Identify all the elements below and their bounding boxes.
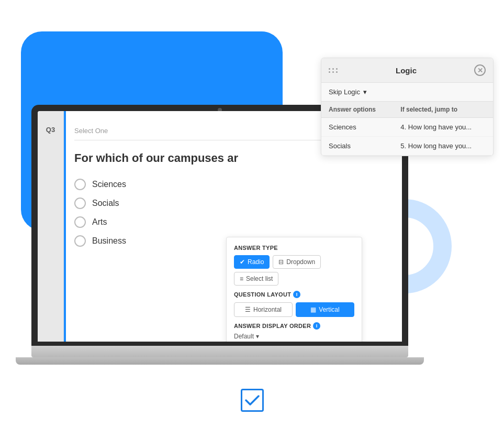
- logic-row-socials: Socials 5. How long have you...: [321, 137, 493, 156]
- radio-icon: ✔: [240, 258, 245, 266]
- type-label-selectlist: Select list: [246, 275, 273, 282]
- chevron-down-icon: ▾: [256, 333, 259, 340]
- logic-title: Logic: [338, 66, 474, 75]
- layout-btn-horizontal[interactable]: ☰ Horizontal: [234, 302, 293, 317]
- logic-jump-socials: 5. How long have you...: [393, 137, 493, 156]
- vertical-icon: ▦: [310, 306, 316, 313]
- skip-logic-chevron-icon: ▾: [363, 88, 367, 96]
- logic-table-header-jump: If selected, jump to: [393, 102, 493, 118]
- logic-header: Logic ✕: [321, 58, 493, 83]
- type-label-dropdown: Dropdown: [286, 258, 315, 266]
- skip-logic-button[interactable]: Skip Logic ▾: [329, 88, 486, 96]
- default-select[interactable]: Default ▾: [234, 333, 354, 340]
- logic-jump-sciences: 4. How long have you...: [393, 118, 493, 137]
- radio-business[interactable]: [74, 235, 86, 247]
- skip-logic-bar: Skip Logic ▾: [321, 83, 493, 102]
- logic-answer-sciences: Sciences: [321, 118, 393, 137]
- logic-row-sciences: Sciences 4. How long have you...: [321, 118, 493, 137]
- type-label-radio: Radio: [248, 258, 264, 266]
- question-layout-label: Question Layout i: [234, 291, 354, 298]
- checkmark-svg: [245, 395, 260, 406]
- select-one-placeholder: Select One: [74, 127, 108, 135]
- logic-answer-socials: Socials: [321, 137, 393, 156]
- answer-label-arts: Arts: [92, 217, 107, 227]
- layout-label-vertical: Vertical: [319, 306, 339, 313]
- answer-label-sciences: Sciences: [92, 180, 126, 189]
- answer-type-options: ✔ Radio ⊟ Dropdown ≡ Select list: [234, 255, 354, 286]
- laptop-foot: [16, 357, 424, 365]
- answer-label-socials: Socials: [92, 199, 119, 208]
- laptop-base: [31, 346, 408, 357]
- logic-close-button[interactable]: ✕: [474, 64, 486, 76]
- logic-table-header-answer: Answer options: [321, 102, 393, 118]
- radio-arts[interactable]: [74, 216, 86, 228]
- layout-btn-vertical[interactable]: ▦ Vertical: [296, 302, 354, 317]
- type-btn-selectlist[interactable]: ≡ Select list: [234, 272, 278, 286]
- selectlist-icon: ≡: [240, 275, 243, 282]
- question-badge: Q3: [44, 122, 57, 138]
- answer-option-socials: Socials: [74, 198, 391, 209]
- type-btn-dropdown[interactable]: ⊟ Dropdown: [273, 255, 321, 269]
- blue-accent-bar: [64, 111, 66, 342]
- layout-options: ☰ Horizontal ▦ Vertical: [234, 302, 354, 317]
- default-label: Default: [234, 333, 254, 340]
- horizontal-icon: ☰: [245, 306, 251, 313]
- answer-display-label: Answer Display Order i: [234, 322, 354, 330]
- layout-info-icon[interactable]: i: [293, 291, 300, 298]
- settings-panel: Answer type ✔ Radio ⊟ Dropdown ≡ Select: [226, 237, 362, 342]
- radio-socials[interactable]: [74, 198, 86, 209]
- survey-sidebar: Q3: [38, 111, 64, 342]
- dropdown-icon: ⊟: [278, 258, 284, 266]
- logic-panel: Logic ✕ Skip Logic ▾ Answer options If s…: [321, 58, 494, 156]
- logic-table: Answer options If selected, jump to Scie…: [321, 102, 493, 156]
- radio-sciences[interactable]: [74, 179, 86, 190]
- answer-option-arts: Arts: [74, 216, 391, 228]
- answer-type-label: Answer type: [234, 245, 354, 251]
- answer-label-business: Business: [92, 236, 126, 246]
- skip-logic-label: Skip Logic: [329, 88, 360, 96]
- type-btn-radio[interactable]: ✔ Radio: [234, 255, 270, 269]
- checkmark-logo-box: [241, 389, 264, 412]
- bottom-logo: [241, 389, 264, 412]
- layout-label-horizontal: Horizontal: [253, 306, 282, 313]
- display-info-icon[interactable]: i: [313, 322, 320, 330]
- drag-handle-icon: [329, 68, 338, 73]
- answer-option-sciences: Sciences: [74, 179, 391, 190]
